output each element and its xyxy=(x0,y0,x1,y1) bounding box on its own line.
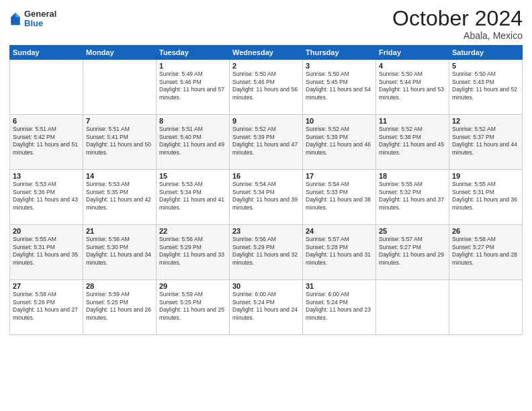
day-info: Sunrise: 5:52 AMSunset: 5:37 PMDaylight:… xyxy=(452,126,519,156)
calendar-week-row: 6Sunrise: 5:51 AMSunset: 5:42 PMDaylight… xyxy=(10,115,523,170)
day-number: 15 xyxy=(159,172,226,180)
calendar-week-row: 27Sunrise: 5:58 AMSunset: 5:26 PMDayligh… xyxy=(10,280,523,335)
day-info: Sunrise: 5:54 AMSunset: 5:34 PMDaylight:… xyxy=(232,181,300,212)
weekday-header-friday: Friday xyxy=(376,46,449,60)
calendar-cell xyxy=(83,60,157,115)
day-info: Sunrise: 5:50 AMSunset: 5:46 PMDaylight:… xyxy=(232,71,300,101)
day-info: Sunrise: 5:56 AMSunset: 5:30 PMDaylight:… xyxy=(86,236,153,267)
day-number: 13 xyxy=(13,172,80,180)
calendar-cell: 31Sunrise: 6:00 AMSunset: 5:24 PMDayligh… xyxy=(303,280,376,335)
calendar-cell: 4Sunrise: 5:50 AMSunset: 5:44 PMDaylight… xyxy=(376,60,449,115)
day-info: Sunrise: 5:50 AMSunset: 5:44 PMDaylight:… xyxy=(379,71,446,101)
day-number: 7 xyxy=(86,117,153,125)
day-number: 26 xyxy=(452,227,519,235)
calendar-header: General Blue October 2024 Abala, Mexico xyxy=(9,7,523,41)
calendar-cell: 17Sunrise: 5:54 AMSunset: 5:33 PMDayligh… xyxy=(303,170,376,225)
day-number: 4 xyxy=(379,62,446,70)
day-info: Sunrise: 5:58 AMSunset: 5:27 PMDaylight:… xyxy=(452,236,519,267)
weekday-header-monday: Monday xyxy=(83,46,157,60)
weekday-header-sunday: Sunday xyxy=(10,46,83,60)
calendar-week-row: 20Sunrise: 5:55 AMSunset: 5:31 PMDayligh… xyxy=(10,225,523,280)
calendar-cell: 18Sunrise: 5:55 AMSunset: 5:32 PMDayligh… xyxy=(376,170,449,225)
day-info: Sunrise: 5:50 AMSunset: 5:45 PMDaylight:… xyxy=(306,71,373,101)
calendar-cell: 15Sunrise: 5:53 AMSunset: 5:34 PMDayligh… xyxy=(157,170,230,225)
day-info: Sunrise: 5:54 AMSunset: 5:33 PMDaylight:… xyxy=(306,181,373,212)
day-info: Sunrise: 5:55 AMSunset: 5:31 PMDaylight:… xyxy=(13,236,80,267)
day-number: 23 xyxy=(232,227,300,235)
day-number: 1 xyxy=(159,62,226,70)
svg-marker-1 xyxy=(15,13,20,17)
day-number: 22 xyxy=(159,227,226,235)
day-info: Sunrise: 5:49 AMSunset: 5:46 PMDaylight:… xyxy=(159,71,226,101)
calendar-cell: 24Sunrise: 5:57 AMSunset: 5:28 PMDayligh… xyxy=(303,225,376,280)
day-number: 29 xyxy=(159,282,226,290)
day-info: Sunrise: 5:52 AMSunset: 5:39 PMDaylight:… xyxy=(306,126,373,156)
calendar-cell: 20Sunrise: 5:55 AMSunset: 5:31 PMDayligh… xyxy=(10,225,83,280)
day-info: Sunrise: 5:51 AMSunset: 5:42 PMDaylight:… xyxy=(13,126,80,156)
calendar-cell: 2Sunrise: 5:50 AMSunset: 5:46 PMDaylight… xyxy=(230,60,303,115)
day-number: 24 xyxy=(306,227,373,235)
calendar-week-row: 1Sunrise: 5:49 AMSunset: 5:46 PMDaylight… xyxy=(10,60,523,115)
calendar-cell: 14Sunrise: 5:53 AMSunset: 5:35 PMDayligh… xyxy=(83,170,157,225)
day-number: 19 xyxy=(452,172,519,180)
day-info: Sunrise: 5:55 AMSunset: 5:31 PMDaylight:… xyxy=(452,181,519,212)
weekday-header-tuesday: Tuesday xyxy=(157,46,230,60)
day-info: Sunrise: 6:00 AMSunset: 5:24 PMDaylight:… xyxy=(306,291,373,322)
calendar-cell: 23Sunrise: 5:56 AMSunset: 5:29 PMDayligh… xyxy=(230,225,303,280)
location: Abala, Mexico xyxy=(392,30,523,41)
day-number: 10 xyxy=(306,117,373,125)
day-number: 17 xyxy=(306,172,373,180)
weekday-header-thursday: Thursday xyxy=(303,46,376,60)
day-number: 12 xyxy=(452,117,519,125)
day-number: 11 xyxy=(379,117,446,125)
day-info: Sunrise: 6:00 AMSunset: 5:24 PMDaylight:… xyxy=(232,291,300,322)
weekday-header-row: SundayMondayTuesdayWednesdayThursdayFrid… xyxy=(10,46,523,60)
calendar-cell: 8Sunrise: 5:51 AMSunset: 5:40 PMDaylight… xyxy=(157,115,230,170)
day-info: Sunrise: 5:57 AMSunset: 5:28 PMDaylight:… xyxy=(306,236,373,267)
day-info: Sunrise: 5:53 AMSunset: 5:34 PMDaylight:… xyxy=(159,181,226,212)
day-number: 16 xyxy=(232,172,300,180)
calendar-week-row: 13Sunrise: 5:53 AMSunset: 5:36 PMDayligh… xyxy=(10,170,523,225)
calendar-cell: 27Sunrise: 5:58 AMSunset: 5:26 PMDayligh… xyxy=(10,280,83,335)
day-number: 6 xyxy=(13,117,80,125)
calendar-container: General Blue October 2024 Abala, Mexico … xyxy=(0,0,532,411)
calendar-cell: 30Sunrise: 6:00 AMSunset: 5:24 PMDayligh… xyxy=(230,280,303,335)
day-number: 14 xyxy=(86,172,153,180)
calendar-cell: 7Sunrise: 5:51 AMSunset: 5:41 PMDaylight… xyxy=(83,115,157,170)
day-info: Sunrise: 5:53 AMSunset: 5:36 PMDaylight:… xyxy=(13,181,80,212)
day-number: 8 xyxy=(159,117,226,125)
day-number: 27 xyxy=(13,282,80,290)
day-info: Sunrise: 5:52 AMSunset: 5:39 PMDaylight:… xyxy=(232,126,300,156)
calendar-cell: 13Sunrise: 5:53 AMSunset: 5:36 PMDayligh… xyxy=(10,170,83,225)
day-info: Sunrise: 5:53 AMSunset: 5:35 PMDaylight:… xyxy=(86,181,153,212)
logo: General Blue xyxy=(9,9,56,29)
month-title: October 2024 xyxy=(392,7,523,30)
day-info: Sunrise: 5:58 AMSunset: 5:26 PMDaylight:… xyxy=(13,291,80,322)
day-number: 25 xyxy=(379,227,446,235)
day-info: Sunrise: 5:55 AMSunset: 5:32 PMDaylight:… xyxy=(379,181,446,212)
calendar-cell xyxy=(376,280,449,335)
day-info: Sunrise: 5:51 AMSunset: 5:40 PMDaylight:… xyxy=(159,126,226,156)
calendar-cell: 5Sunrise: 5:50 AMSunset: 5:43 PMDaylight… xyxy=(449,60,523,115)
day-number: 31 xyxy=(306,282,373,290)
day-info: Sunrise: 5:50 AMSunset: 5:43 PMDaylight:… xyxy=(452,71,519,101)
day-info: Sunrise: 5:56 AMSunset: 5:29 PMDaylight:… xyxy=(159,236,226,267)
day-number: 28 xyxy=(86,282,153,290)
day-info: Sunrise: 5:57 AMSunset: 5:27 PMDaylight:… xyxy=(379,236,446,267)
calendar-cell: 25Sunrise: 5:57 AMSunset: 5:27 PMDayligh… xyxy=(376,225,449,280)
calendar-cell: 19Sunrise: 5:55 AMSunset: 5:31 PMDayligh… xyxy=(449,170,523,225)
logo-icon xyxy=(9,11,21,26)
weekday-header-wednesday: Wednesday xyxy=(230,46,303,60)
day-number: 2 xyxy=(232,62,300,70)
calendar-cell: 1Sunrise: 5:49 AMSunset: 5:46 PMDaylight… xyxy=(157,60,230,115)
day-number: 9 xyxy=(232,117,300,125)
logo-blue: Blue xyxy=(24,19,56,28)
calendar-cell: 16Sunrise: 5:54 AMSunset: 5:34 PMDayligh… xyxy=(230,170,303,225)
calendar-cell: 11Sunrise: 5:52 AMSunset: 5:38 PMDayligh… xyxy=(376,115,449,170)
calendar-cell xyxy=(449,280,523,335)
logo-general: General xyxy=(24,9,56,19)
calendar-cell xyxy=(10,60,83,115)
weekday-header-saturday: Saturday xyxy=(449,46,523,60)
calendar-cell: 26Sunrise: 5:58 AMSunset: 5:27 PMDayligh… xyxy=(449,225,523,280)
title-block: October 2024 Abala, Mexico xyxy=(392,7,523,41)
